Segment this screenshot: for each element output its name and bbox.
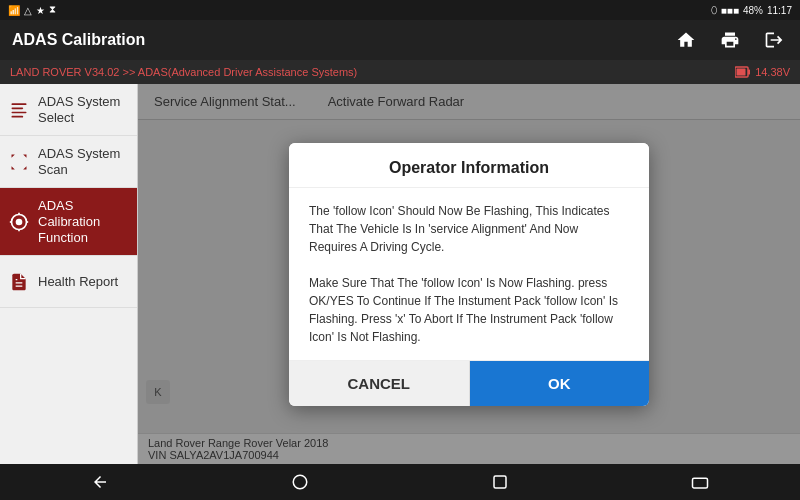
scan-icon <box>8 151 30 173</box>
svg-rect-15 <box>693 478 708 488</box>
star-icon: ★ <box>36 5 45 16</box>
sidebar-item-adas-system-scan-label: ADAS System Scan <box>38 146 129 177</box>
content-area: Service Alignment Stat... Activate Forwa… <box>138 84 800 464</box>
home-button[interactable] <box>672 26 700 54</box>
modal-overlay: Operator Information The 'follow Icon' S… <box>138 84 800 464</box>
svg-rect-5 <box>12 111 27 113</box>
breadcrumb-text: LAND ROVER V34.02 >> ADAS(Advanced Drive… <box>10 66 357 78</box>
sidebar-item-health-report[interactable]: Health Report <box>0 256 137 308</box>
modal-body-line2: Make Sure That The 'follow Icon' Is Now … <box>309 274 629 346</box>
breadcrumb: LAND ROVER V34.02 >> ADAS(Advanced Drive… <box>0 60 800 84</box>
sidebar-item-adas-calibration-function[interactable]: ADAS Calibration Function <box>0 188 137 256</box>
voltage-display: 14.38V <box>735 66 790 78</box>
sidebar: ADAS System Select ADAS System Scan <box>0 84 138 464</box>
sidebar-item-adas-system-select[interactable]: ADAS System Select <box>0 84 137 136</box>
sidebar-item-adas-calibration-function-label: ADAS Calibration Function <box>38 198 129 245</box>
battery-pct: 48% <box>743 5 763 16</box>
wifi-icon: 📶 <box>8 5 20 16</box>
home-nav-button[interactable] <box>280 467 320 497</box>
modal-body: The 'follow Icon' Should Now Be Flashing… <box>289 188 649 360</box>
exit-button[interactable] <box>760 26 788 54</box>
svg-rect-14 <box>494 476 506 488</box>
cancel-button[interactable]: CANCEL <box>289 361 470 406</box>
sidebar-item-adas-system-select-label: ADAS System Select <box>38 94 129 125</box>
report-icon <box>8 271 30 293</box>
status-bar: 📶 △ ★ ⧗ ⬯ ■■■ 48% 11:17 <box>0 0 800 20</box>
target-icon <box>8 211 30 233</box>
sidebar-item-health-report-label: Health Report <box>38 274 118 290</box>
square-nav-button[interactable] <box>480 467 520 497</box>
print-button[interactable] <box>716 26 744 54</box>
main-area: ADAS System Select ADAS System Scan <box>0 84 800 464</box>
svg-point-8 <box>16 218 23 225</box>
svg-rect-1 <box>748 70 750 75</box>
sidebar-item-adas-system-scan[interactable]: ADAS System Scan <box>0 136 137 188</box>
title-bar: ADAS Calibration <box>0 20 800 60</box>
app-title: ADAS Calibration <box>12 31 145 49</box>
modal-title: Operator Information <box>289 143 649 188</box>
svg-point-13 <box>293 475 307 489</box>
battery-icon <box>735 66 751 78</box>
back-button[interactable] <box>80 467 120 497</box>
clock-icon: ⧗ <box>49 4 56 16</box>
ok-button[interactable]: OK <box>470 361 650 406</box>
status-right: ⬯ ■■■ 48% 11:17 <box>711 4 792 16</box>
home-nav-icon <box>291 473 309 491</box>
modal-dialog: Operator Information The 'follow Icon' S… <box>289 143 649 406</box>
recent-nav-icon <box>691 473 709 491</box>
title-bar-icons <box>672 26 788 54</box>
recent-nav-button[interactable] <box>680 467 720 497</box>
svg-rect-2 <box>737 69 746 76</box>
modal-body-line1: The 'follow Icon' Should Now Be Flashing… <box>309 202 629 256</box>
status-left: 📶 △ ★ ⧗ <box>8 4 56 16</box>
svg-rect-6 <box>12 115 24 117</box>
square-nav-icon <box>491 473 509 491</box>
location-icon: △ <box>24 5 32 16</box>
bottom-nav-bar <box>0 464 800 500</box>
list-icon <box>8 99 30 121</box>
signal-icon: ■■■ <box>721 5 739 16</box>
svg-rect-3 <box>12 103 27 105</box>
back-icon <box>91 473 109 491</box>
svg-rect-4 <box>12 107 24 109</box>
time-display: 11:17 <box>767 5 792 16</box>
modal-buttons: CANCEL OK <box>289 360 649 406</box>
bluetooth-icon: ⬯ <box>711 4 717 16</box>
